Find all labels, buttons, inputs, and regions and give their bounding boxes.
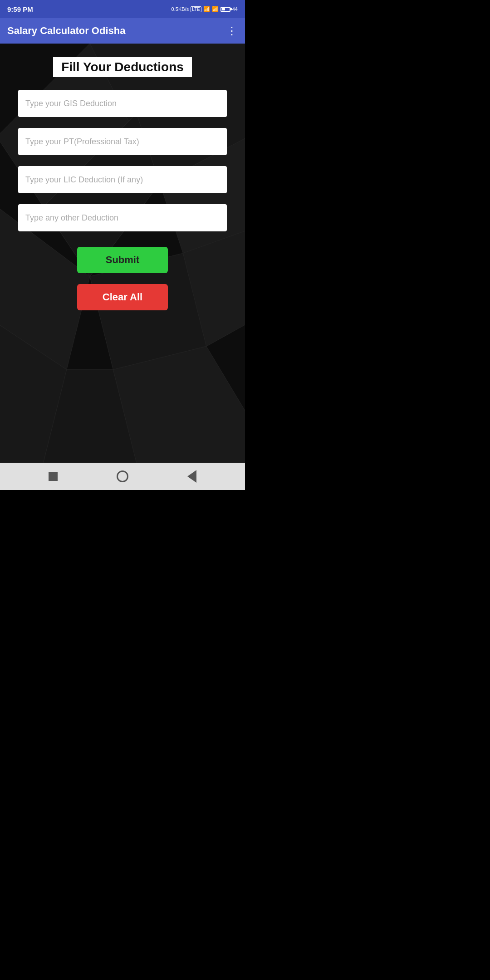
app-title: Salary Calculator Odisha bbox=[7, 25, 125, 37]
gis-deduction-input[interactable] bbox=[18, 90, 227, 117]
clear-all-button[interactable]: Clear All bbox=[77, 284, 168, 310]
page-title-container: Fill Your Deductions bbox=[53, 57, 192, 77]
home-icon bbox=[117, 470, 128, 482]
back-button[interactable] bbox=[185, 469, 199, 484]
status-icons: 0.5KB/s LTE 📶 📶 44 bbox=[172, 6, 238, 12]
status-time: 9:59 PM bbox=[7, 5, 33, 13]
lte-icon: LTE bbox=[191, 6, 201, 12]
submit-button[interactable]: Submit bbox=[77, 247, 168, 273]
content-area: Fill Your Deductions Submit Clear All bbox=[0, 44, 245, 333]
recent-apps-button[interactable] bbox=[46, 469, 60, 484]
main-content: Fill Your Deductions Submit Clear All bbox=[0, 44, 245, 463]
home-button[interactable] bbox=[115, 469, 130, 484]
lic-deduction-input[interactable] bbox=[18, 166, 227, 193]
overflow-menu-icon[interactable]: ⋮ bbox=[226, 24, 238, 37]
battery-level: 44 bbox=[232, 6, 238, 12]
network-speed: 0.5KB/s bbox=[172, 6, 189, 12]
back-icon bbox=[187, 470, 196, 483]
recent-apps-icon bbox=[49, 472, 58, 481]
battery-icon bbox=[220, 7, 230, 12]
other-deduction-input[interactable] bbox=[18, 204, 227, 231]
pt-deduction-input[interactable] bbox=[18, 128, 227, 155]
wifi-icon: 📶 bbox=[212, 6, 219, 12]
status-bar: 9:59 PM 0.5KB/s LTE 📶 📶 44 bbox=[0, 0, 245, 18]
nav-bar bbox=[0, 463, 245, 490]
signal-icon: 📶 bbox=[203, 6, 210, 12]
page-title: Fill Your Deductions bbox=[61, 60, 184, 74]
app-bar: Salary Calculator Odisha ⋮ bbox=[0, 18, 245, 44]
